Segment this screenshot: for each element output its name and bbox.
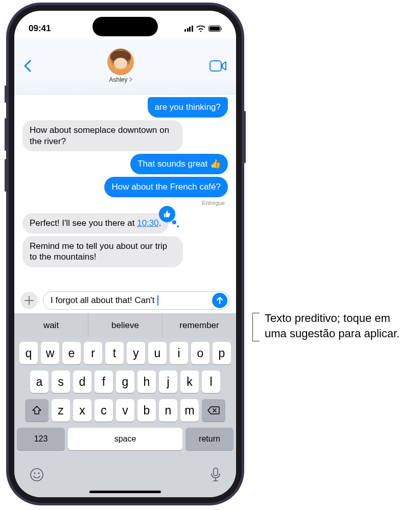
key-i[interactable]: i (170, 342, 188, 364)
annotation-text: Texto preditivo; toque em uma sugestão p… (265, 311, 413, 341)
cellular-signal-icon (184, 26, 193, 32)
contact-name: Ashley (109, 76, 127, 83)
key-l[interactable]: l (202, 370, 220, 393)
key-w[interactable]: w (41, 342, 59, 364)
key-row-3: zxcvbnm (17, 399, 234, 422)
predictive-suggestion[interactable]: remember (162, 313, 236, 338)
key-a[interactable]: a (30, 370, 49, 393)
key-y[interactable]: y (127, 342, 145, 364)
contact-avatar (107, 49, 134, 75)
predictive-suggestion[interactable]: believe (88, 313, 162, 338)
contact-button[interactable]: Ashley (107, 49, 134, 83)
key-j[interactable]: j (159, 370, 177, 393)
status-time: 09:41 (29, 24, 51, 34)
message-list[interactable]: are you thinking? How about someplace do… (14, 95, 236, 290)
key-m[interactable]: m (180, 399, 199, 422)
sent-message[interactable]: That sounds great 👍 (130, 154, 228, 174)
key-r[interactable]: r (84, 342, 102, 364)
svg-rect-4 (214, 468, 218, 476)
received-message[interactable]: How about someplace downtown on the rive… (22, 120, 183, 152)
key-v[interactable]: v (116, 399, 134, 422)
facetime-button[interactable] (209, 60, 227, 72)
battery-icon (208, 26, 222, 32)
key-b[interactable]: b (137, 399, 156, 422)
key-row-2: asdfghjkl (17, 370, 234, 393)
dictation-key[interactable] (211, 468, 221, 482)
apps-button[interactable] (20, 292, 38, 309)
back-button[interactable] (24, 60, 32, 72)
message-input-area: I forgot all about that! Can't (14, 290, 236, 313)
key-u[interactable]: u (148, 342, 167, 364)
time-link[interactable]: 10:30 (137, 218, 159, 228)
key-e[interactable]: e (62, 342, 81, 364)
key-row-1: qwertyuiop (17, 342, 234, 364)
key-x[interactable]: x (73, 399, 91, 422)
phone-frame: 09:41 (6, 3, 244, 505)
key-f[interactable]: f (95, 370, 113, 393)
delivery-status: Entregue (22, 200, 225, 206)
key-k[interactable]: k (180, 370, 199, 393)
svg-point-3 (38, 473, 40, 474)
backspace-key[interactable] (202, 399, 225, 422)
thumbs-up-tapback[interactable] (159, 206, 175, 222)
emoji-key[interactable] (30, 468, 44, 482)
sent-message[interactable]: are you thinking? (148, 97, 228, 118)
key-o[interactable]: o (191, 342, 209, 364)
annotation-callout: Texto preditivo; toque em uma sugestão p… (252, 311, 413, 341)
key-z[interactable]: z (52, 399, 70, 422)
key-h[interactable]: h (137, 370, 156, 393)
numbers-key[interactable]: 123 (17, 428, 65, 450)
dynamic-island (92, 17, 158, 36)
return-key[interactable]: return (185, 428, 234, 450)
received-message[interactable]: Remind me to tell you about our trip to … (22, 236, 183, 268)
key-n[interactable]: n (159, 399, 177, 422)
key-t[interactable]: t (105, 342, 124, 364)
key-c[interactable]: c (95, 399, 113, 422)
svg-point-1 (31, 469, 43, 481)
conversation-header: Ashley (14, 39, 236, 95)
home-indicator[interactable] (89, 491, 161, 493)
sent-message[interactable]: How about the French café? (104, 177, 228, 197)
space-key[interactable]: space (68, 428, 182, 450)
key-row-4: 123 space return (17, 428, 234, 450)
phone-screen: 09:41 (14, 11, 236, 497)
key-g[interactable]: g (116, 370, 134, 393)
key-p[interactable]: p (213, 342, 231, 364)
svg-rect-0 (210, 61, 221, 71)
keyboard: wait believe remember qwertyuiop asdfghj… (14, 313, 236, 497)
message-input[interactable]: I forgot all about that! Can't (43, 291, 230, 310)
send-button[interactable] (212, 293, 227, 308)
received-message[interactable]: Perfect! I'll see you there at 10:30. (22, 213, 168, 234)
chevron-right-icon (129, 77, 132, 82)
key-d[interactable]: d (73, 370, 91, 393)
wifi-icon (196, 26, 205, 32)
predictive-bar: wait believe remember (14, 313, 236, 338)
shift-key[interactable] (25, 399, 49, 422)
svg-point-2 (34, 473, 36, 474)
predictive-suggestion[interactable]: wait (14, 313, 88, 338)
key-s[interactable]: s (52, 370, 70, 393)
key-q[interactable]: q (19, 342, 38, 364)
